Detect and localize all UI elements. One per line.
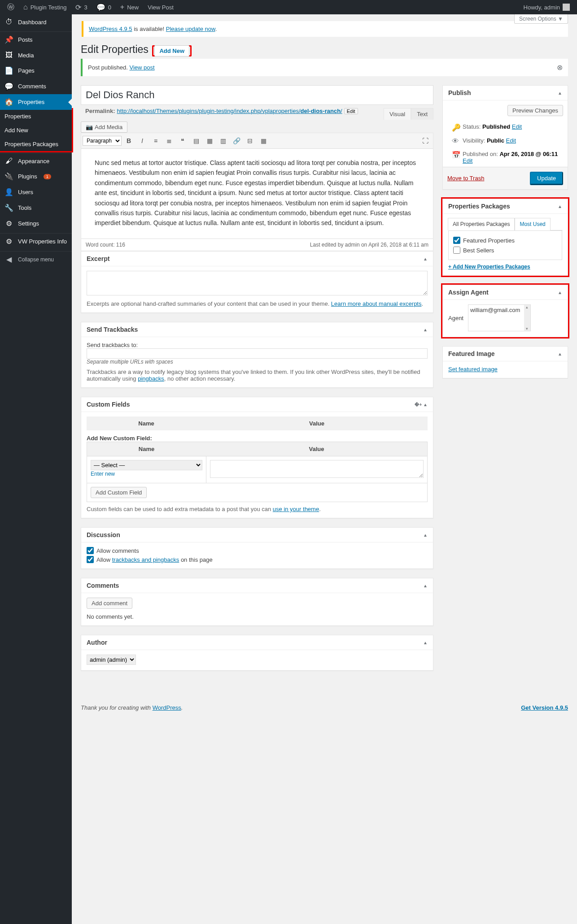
dismiss-notice[interactable]: ⊗ <box>557 63 563 72</box>
menu-plugins[interactable]: 🔌Plugins1 <box>0 169 72 184</box>
italic-icon[interactable]: I <box>136 134 149 147</box>
editor-content[interactable]: Nunc sed metus at tortor auctor tristiqu… <box>81 149 433 239</box>
chevron-up-icon[interactable]: �+ ▲ <box>415 402 428 407</box>
camera-icon: 📷 <box>86 124 93 130</box>
menu-pages[interactable]: 📄Pages <box>0 63 72 78</box>
site-name[interactable]: ⌂Plugin Testing <box>20 0 70 14</box>
edit-date-link[interactable]: Edit <box>463 157 472 164</box>
view-post[interactable]: View Post <box>144 0 177 14</box>
collapse-menu[interactable]: ◀Collapse menu <box>0 252 72 267</box>
align-center-icon[interactable]: ▦ <box>203 134 216 147</box>
view-post-link[interactable]: View post <box>130 64 155 71</box>
link-icon[interactable]: 🔗 <box>230 134 243 147</box>
author-select[interactable]: admin (admin) <box>87 655 136 665</box>
admin-sidebar: ⏱Dashboard 📌Posts 🖼Media 📄Pages 💬Comment… <box>0 14 72 718</box>
bullet-list-icon[interactable]: ≡ <box>149 134 162 147</box>
trackback-input[interactable] <box>87 348 428 359</box>
edit-status-link[interactable]: Edit <box>512 123 522 130</box>
cf-value-header: Value <box>206 416 428 430</box>
menu-vw-properties[interactable]: ⚙VW Properties Info <box>0 234 72 249</box>
menu-appearance[interactable]: 🖌Appearance <box>0 153 72 169</box>
allow-comments-checkbox[interactable] <box>87 547 94 554</box>
tab-text[interactable]: Text <box>411 108 433 120</box>
wp-logo[interactable]: ⓦ <box>4 0 18 14</box>
screen-options[interactable]: Screen Options ▼ <box>514 14 568 24</box>
submenu-packages[interactable]: Properties Packages <box>0 137 72 151</box>
move-to-trash[interactable]: Move to Trash <box>447 175 484 182</box>
set-featured-image-link[interactable]: Set featured image <box>448 366 498 373</box>
trackbacks-box: Send Trackbacks▲ Send trackbacks to: Sep… <box>81 322 433 388</box>
key-icon: 🔑 <box>452 123 459 132</box>
chevron-up-icon[interactable]: ▲ <box>558 351 562 356</box>
get-version-link[interactable]: Get Version 4.9.5 <box>521 704 568 711</box>
readmore-icon[interactable]: ⊟ <box>244 134 256 147</box>
toolbar-toggle-icon[interactable]: ▦ <box>257 134 270 147</box>
align-left-icon[interactable]: ▤ <box>190 134 202 147</box>
tab-most-used[interactable]: Most Used <box>515 218 550 230</box>
menu-comments[interactable]: 💬Comments <box>0 78 72 94</box>
permalink-link[interactable]: http://localhost/Themes/plugins/plugin-t… <box>117 108 342 114</box>
add-cf-button[interactable]: Add Custom Field <box>91 487 147 498</box>
format-select[interactable]: Paragraph <box>83 136 122 146</box>
submenu-properties[interactable]: Properties <box>0 109 72 123</box>
allow-pings-checkbox[interactable] <box>87 556 94 563</box>
plug-icon: 🔌 <box>4 172 13 181</box>
plugin-badge: 1 <box>44 174 51 179</box>
menu-dashboard[interactable]: ⏱Dashboard <box>0 14 72 30</box>
last-edited: Last edited by admin on April 26, 2018 a… <box>310 242 428 248</box>
number-list-icon[interactable]: ≣ <box>163 134 175 147</box>
chevron-up-icon[interactable]: ▲ <box>423 256 428 261</box>
align-right-icon[interactable]: ▥ <box>217 134 229 147</box>
menu-settings[interactable]: ⚙Settings <box>0 216 72 231</box>
menu-tools[interactable]: 🔧Tools <box>0 200 72 216</box>
menu-users[interactable]: 👤Users <box>0 184 72 200</box>
chevron-up-icon[interactable]: ▲ <box>423 533 428 538</box>
pingbacks-link[interactable]: pingbacks <box>138 375 164 382</box>
scrollbar[interactable]: ▴▾ <box>524 305 530 331</box>
gear-icon: ⚙ <box>4 219 13 228</box>
edit-slug-button[interactable]: Edit <box>344 108 358 114</box>
author-title: Author <box>87 639 107 646</box>
cf-value-textarea[interactable] <box>210 460 424 478</box>
menu-posts[interactable]: 📌Posts <box>0 32 72 48</box>
chevron-up-icon[interactable]: ▲ <box>558 91 562 95</box>
cf-name-select[interactable]: — Select — <box>91 460 202 470</box>
add-media-button[interactable]: 📷Add Media <box>81 121 127 133</box>
author-box: Author▲ admin (admin) <box>81 635 433 671</box>
trackbacks-pingbacks-link[interactable]: trackbacks and pingbacks <box>112 556 179 563</box>
chevron-up-icon[interactable]: ▲ <box>423 583 428 588</box>
chevron-up-icon[interactable]: ▲ <box>423 327 428 332</box>
add-package-link[interactable]: + Add New Properties Packages <box>448 264 562 270</box>
agent-listbox[interactable]: william@gmail.com ▴▾ <box>468 304 531 331</box>
wordpress-link[interactable]: WordPress <box>153 704 181 711</box>
my-account[interactable]: Howdy, admin <box>520 0 573 14</box>
submenu-add-new[interactable]: Add New <box>0 123 72 137</box>
update-button[interactable]: Update <box>530 172 563 185</box>
wp-version-link[interactable]: WordPress 4.9.5 <box>89 26 132 32</box>
add-comment-button[interactable]: Add comment <box>87 598 132 609</box>
tab-all-packages[interactable]: All Properties Packages <box>448 218 515 230</box>
preview-button[interactable]: Preview Changes <box>507 105 563 116</box>
bold-icon[interactable]: B <box>122 134 135 147</box>
fullscreen-icon[interactable]: ⛶ <box>419 134 432 147</box>
quote-icon[interactable]: ❝ <box>176 134 189 147</box>
cf-theme-link[interactable]: use in your theme <box>273 506 319 512</box>
menu-media[interactable]: 🖼Media <box>0 48 72 63</box>
excerpt-textarea[interactable] <box>87 271 428 295</box>
chevron-up-icon[interactable]: ▲ <box>423 640 428 645</box>
tab-visual[interactable]: Visual <box>384 108 411 120</box>
add-new-button[interactable]: Add New <box>154 45 189 56</box>
chevron-up-icon[interactable]: ▲ <box>558 290 562 295</box>
chevron-up-icon[interactable]: ▲ <box>558 204 562 209</box>
updates[interactable]: ⟳3 <box>72 0 91 14</box>
edit-visibility-link[interactable]: Edit <box>506 137 516 144</box>
bestsellers-checkbox[interactable] <box>453 247 460 254</box>
new-content[interactable]: +New <box>117 0 142 14</box>
update-now-link[interactable]: Please update now <box>166 26 215 32</box>
comments-count[interactable]: 💬0 <box>93 0 115 14</box>
menu-properties[interactable]: 🏠Properties <box>0 94 72 110</box>
excerpt-help-link[interactable]: Learn more about manual excerpts <box>331 300 422 307</box>
post-title-input[interactable] <box>81 85 433 105</box>
enter-new-link[interactable]: Enter new <box>91 471 115 477</box>
featured-checkbox[interactable] <box>453 237 460 244</box>
